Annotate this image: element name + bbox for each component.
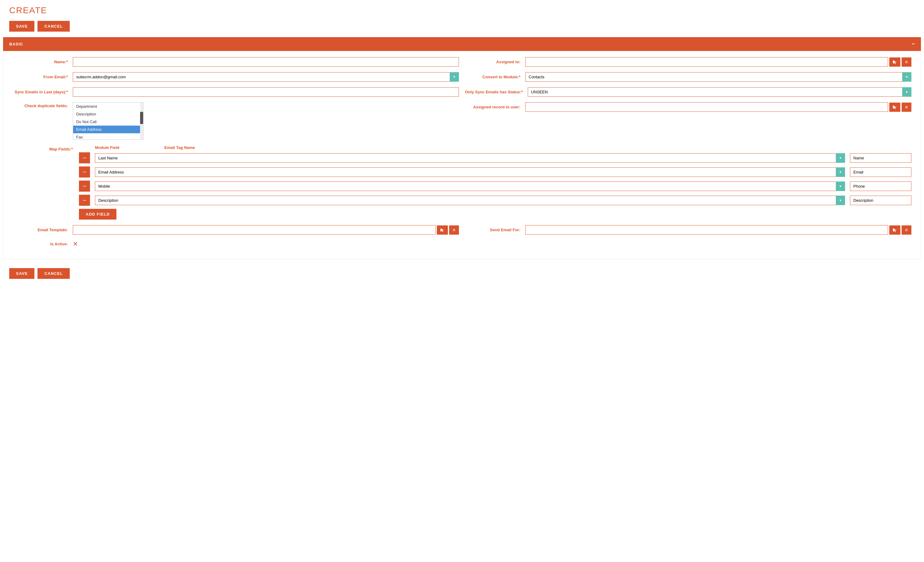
remove-row-2-button[interactable]: − [79,181,90,192]
module-field-select-1[interactable]: Email Address [95,167,845,177]
module-field-select-0[interactable]: Last Name [95,153,845,163]
assigned-to-input[interactable]: admin [525,57,888,67]
sync-days-label: Sync Emails in Last (days):* [13,90,68,94]
basic-section: BASIC − Name:* Assigned to: admin ✕ [0,37,924,259]
assigned-to-clear-button[interactable]: ✕ [902,57,911,67]
list-item-selected[interactable]: Email Address [73,126,143,133]
duplicate-list-inner: Department Description Do Not Call Email… [73,103,143,139]
collapse-button[interactable]: − [911,41,915,47]
module-field-dropdown-1[interactable]: Email Address [95,167,845,177]
name-label: Name:* [13,60,68,64]
email-tag-input-0[interactable] [850,153,911,163]
map-row-3: − Description [79,195,911,206]
page-title: CREATE [0,0,924,18]
module-field-dropdown-0[interactable]: Last Name [95,153,845,163]
send-email-for-group: Chris Olliver ✕ [525,225,911,235]
section-header: BASIC − [3,37,921,51]
convert-module-select[interactable]: Contacts [525,72,911,82]
only-sync-select[interactable]: UNSEEN [528,87,911,97]
map-row-1: − Email Address [79,166,911,177]
cursor-icon [892,105,897,109]
assigned-record-select-button[interactable] [889,103,900,112]
from-email-label: From Email:* [13,75,68,79]
map-row-0: − Last Name [79,152,911,163]
module-field-select-2[interactable]: Mobile [95,181,845,191]
is-active-checkbox[interactable]: ✕ [73,240,78,247]
cursor-icon [440,228,445,232]
list-item[interactable]: Fax [73,133,143,139]
email-template-select-button[interactable] [437,225,448,235]
add-field-button[interactable]: ADD FIELD [79,209,116,220]
assigned-to-group: admin ✕ [525,57,911,67]
assigned-to-label: Assigned to: [465,60,520,64]
sync-days-input[interactable]: 7 [73,87,459,97]
convert-module-label: Convert to Module:* [465,75,520,79]
email-tag-input-2[interactable] [850,181,911,191]
remove-row-3-button[interactable]: − [79,195,90,206]
map-email-tag-header: Email Tag Name [164,145,226,150]
email-template-input[interactable]: Case Creation [73,225,436,235]
from-email-select[interactable]: suitecrm.addon@gmail.com [73,72,459,82]
module-field-dropdown-3[interactable]: Description [95,196,845,205]
assigned-record-input[interactable]: Chris Olliver [525,102,888,112]
save-button-top[interactable]: SAVE [9,21,34,31]
duplicate-fields-list[interactable]: Department Description Do Not Call Email… [73,102,144,140]
send-email-for-select-button[interactable] [889,225,900,235]
svg-marker-3 [893,228,897,232]
save-button-bottom[interactable]: SAVE [9,268,34,279]
assigned-record-group: Chris Olliver ✕ [525,102,911,112]
assigned-record-label: Assigned record to user: [465,105,520,109]
email-tag-input-3[interactable] [850,196,911,205]
svg-marker-2 [441,228,444,232]
email-tag-input-1[interactable] [850,167,911,177]
only-sync-dropdown[interactable]: UNSEEN [528,87,911,97]
svg-marker-1 [893,105,897,109]
assigned-record-clear-button[interactable]: ✕ [902,103,911,112]
list-item[interactable]: Department [73,103,143,110]
scrollbar-thumb [140,112,143,124]
email-template-group: Case Creation ✕ [73,225,459,235]
send-email-for-clear-button[interactable]: ✕ [902,225,911,235]
send-email-for-label: Send Email For: [465,228,520,232]
is-active-label: Is Active: [13,242,68,246]
list-item[interactable]: Description [73,110,143,118]
map-headers: Module Field Email Tag Name [79,145,911,150]
assigned-to-select-button[interactable] [889,57,900,67]
name-input[interactable] [73,57,459,67]
map-module-field-header: Module Field [95,145,156,150]
cancel-button-bottom[interactable]: CANCEL [38,268,69,279]
map-row-2: − Mobile [79,181,911,192]
section-title: BASIC [9,42,23,46]
module-field-dropdown-2[interactable]: Mobile [95,181,845,191]
map-fields-label: Map Fields:* [13,145,73,151]
send-email-for-input[interactable]: Chris Olliver [525,225,888,235]
svg-marker-0 [893,60,897,64]
email-template-label: Email Template: [13,228,68,232]
cursor-icon [892,228,897,232]
convert-module-dropdown[interactable]: Contacts [525,72,911,82]
map-spacer [79,145,90,150]
cursor-icon [892,60,897,64]
map-fields-right: Module Field Email Tag Name − Last Name [79,145,911,220]
remove-row-1-button[interactable]: − [79,166,90,177]
check-duplicate-label: Check duplicate fields: [13,102,68,108]
cancel-button-top[interactable]: CANCEL [38,21,69,31]
list-item[interactable]: Do Not Call [73,118,143,126]
remove-row-0-button[interactable]: − [79,152,90,163]
scrollbar-track [140,103,143,139]
from-email-dropdown[interactable]: suitecrm.addon@gmail.com [73,72,459,82]
only-sync-label: Only Sync Emails has Status:* [465,90,523,94]
module-field-select-3[interactable]: Description [95,196,845,205]
email-template-clear-button[interactable]: ✕ [449,225,459,235]
